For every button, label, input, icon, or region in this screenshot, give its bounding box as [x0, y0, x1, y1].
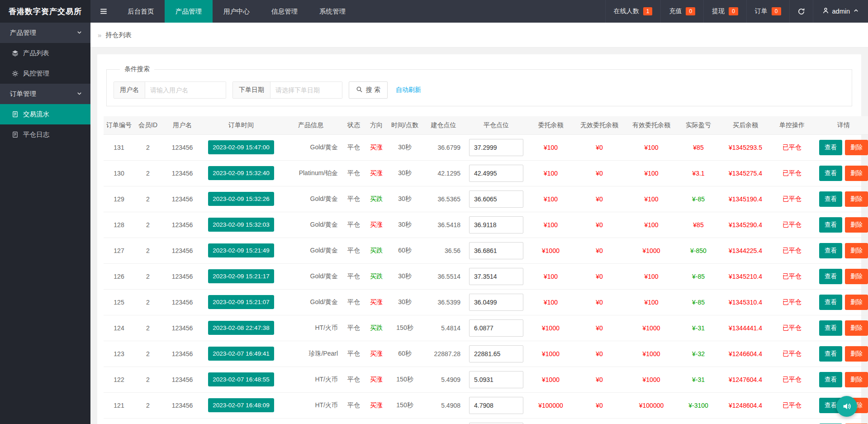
close-point-input[interactable] [469, 294, 523, 311]
invalid-consign-cell: ¥0 [574, 212, 625, 238]
after-balance-cell: ¥1248604.4 [719, 392, 772, 418]
stat-label: 提现 [712, 7, 725, 15]
direction-cell: 买跌 [365, 238, 388, 263]
close-point-input[interactable] [469, 139, 523, 156]
order-time-button[interactable]: 2023-02-09 15:32:40 [208, 166, 274, 180]
consign-balance-cell: ¥1000 [527, 367, 574, 392]
order-time-button[interactable]: 2023-02-07 16:48:55 [208, 372, 274, 386]
close-point-input[interactable] [469, 242, 523, 259]
close-point-input[interactable] [469, 397, 523, 414]
control-status-cell: 已平仓 [772, 341, 812, 367]
admin-username: admin [832, 8, 850, 15]
order-time-button[interactable]: 2023-02-07 16:48:09 [208, 398, 274, 412]
member-id-cell: 10 [134, 418, 161, 424]
control-status-cell: 已平仓 [772, 392, 812, 418]
direction-cell: 买涨 [365, 341, 388, 367]
consign-balance-cell: ¥1000 [527, 341, 574, 367]
order-time-button[interactable]: 2023-02-09 15:32:26 [208, 192, 274, 206]
open-point-cell: 5.4814 [422, 315, 465, 341]
delete-button[interactable]: 删除 [845, 191, 868, 207]
status-cell: 平仓 [342, 160, 365, 186]
close-point-input[interactable] [469, 371, 523, 388]
order-date-label: 下单日期 [233, 82, 270, 98]
auto-refresh-link[interactable]: 自动刷新 [396, 86, 421, 94]
refresh-button[interactable] [789, 0, 813, 23]
voice-broadcast-button[interactable] [836, 396, 857, 417]
sidebar-item-风控管理[interactable]: 风控管理 [0, 63, 90, 84]
delete-button[interactable]: 删除 [845, 166, 868, 181]
stat-提现[interactable]: 提现0 [703, 0, 746, 23]
view-button[interactable]: 查看 [819, 295, 842, 310]
close-point-input[interactable] [469, 191, 523, 208]
order-time-button[interactable]: 2023-02-09 15:21:17 [208, 269, 274, 283]
profit-cell: ¥-31 [678, 367, 719, 392]
order-time-button[interactable]: 2023-02-09 15:21:49 [208, 243, 274, 257]
delete-button[interactable]: 删除 [845, 243, 868, 258]
close-point-input[interactable] [469, 345, 523, 362]
nav-item-后台首页[interactable]: 后台首页 [117, 0, 165, 23]
close-point-input[interactable] [469, 423, 523, 424]
close-point-input[interactable] [469, 216, 523, 233]
delete-button[interactable]: 删除 [845, 140, 868, 155]
sidebar-group-产品管理[interactable]: 产品管理 [0, 23, 90, 43]
view-button[interactable]: 查看 [819, 346, 842, 362]
order-time-button[interactable]: 2023-02-08 22:47:38 [208, 321, 274, 335]
product-cell: HT/火币 [279, 315, 342, 341]
admin-menu[interactable]: admin [813, 0, 868, 23]
order-time-button[interactable]: 2023-02-09 15:21:07 [208, 295, 274, 309]
period-cell: 30秒 [388, 212, 422, 238]
delete-button[interactable]: 删除 [845, 269, 868, 284]
table-body: 13121234562023-02-09 15:47:00Gold/黄金平仓买涨… [104, 134, 868, 424]
close-point-input[interactable] [469, 165, 523, 182]
delete-button[interactable]: 删除 [845, 217, 868, 233]
sidebar-item-平仓日志[interactable]: 平仓日志 [0, 124, 90, 145]
table-header-row: 订单编号会员ID用户名订单时间产品信息状态方向时间/点数建仓点位平仓点位委托余额… [104, 116, 868, 134]
stat-在线人数[interactable]: 在线人数1 [605, 0, 661, 23]
close-point-cell [465, 341, 527, 367]
order-date-input[interactable] [270, 82, 342, 98]
order-time-button[interactable]: 2023-02-07 16:49:41 [208, 347, 274, 361]
search-legend: 条件搜索 [120, 65, 154, 73]
sidebar-item-产品列表[interactable]: 产品列表 [0, 43, 90, 63]
detail-actions-cell: 查看删除 [812, 186, 868, 212]
stat-订单[interactable]: 订单0 [746, 0, 789, 23]
chevron-down-icon [76, 29, 82, 37]
col-header-会员ID: 会员ID [134, 116, 161, 134]
sidebar-group-订单管理[interactable]: 订单管理 [0, 84, 90, 104]
view-button[interactable]: 查看 [819, 269, 842, 284]
order-time-button[interactable]: 2023-02-09 15:47:00 [208, 140, 274, 154]
order-time-button[interactable]: 2023-02-09 15:32:03 [208, 218, 274, 232]
sidebar-item-交易流水[interactable]: 交易流水 [0, 104, 90, 124]
detail-actions-cell: 查看删除 [812, 212, 868, 238]
delete-button[interactable]: 删除 [845, 320, 868, 336]
nav-item-产品管理[interactable]: 产品管理 [165, 0, 213, 23]
consign-balance-cell: ¥100 [527, 263, 574, 289]
nav-item-用户中心[interactable]: 用户中心 [213, 0, 261, 23]
valid-consign-cell: ¥100 [625, 289, 678, 315]
view-button[interactable]: 查看 [819, 217, 842, 233]
nav-item-信息管理[interactable]: 信息管理 [261, 0, 308, 23]
delete-button[interactable]: 删除 [845, 295, 868, 310]
view-button[interactable]: 查看 [819, 191, 842, 207]
table-row: 12121234562023-02-07 16:48:09HT/火币平仓买涨15… [104, 392, 868, 418]
username-input[interactable] [145, 82, 226, 98]
delete-button[interactable]: 删除 [845, 372, 868, 387]
delete-button[interactable]: 删除 [845, 346, 868, 362]
order-time-cell: 2023-02-09 15:21:07 [203, 289, 279, 315]
close-point-input[interactable] [469, 319, 523, 337]
view-button[interactable]: 查看 [819, 243, 842, 258]
view-button[interactable]: 查看 [819, 166, 842, 181]
username-cell: 123456 [161, 392, 203, 418]
view-button[interactable]: 查看 [819, 140, 842, 155]
view-button[interactable]: 查看 [819, 320, 842, 336]
invalid-consign-cell: ¥0 [574, 263, 625, 289]
close-point-input[interactable] [469, 268, 523, 285]
stat-充值[interactable]: 充值0 [660, 0, 703, 23]
open-point-cell: 22887.28 [422, 341, 465, 367]
search-button[interactable]: 搜 索 [349, 81, 388, 99]
hamburger-menu-icon[interactable] [90, 0, 117, 23]
period-cell: 150秒 [388, 392, 422, 418]
table-row: 12921234562023-02-09 15:32:26Gold/黄金平仓买跌… [104, 186, 868, 212]
nav-item-系统管理[interactable]: 系统管理 [308, 0, 356, 23]
view-button[interactable]: 查看 [819, 372, 842, 387]
